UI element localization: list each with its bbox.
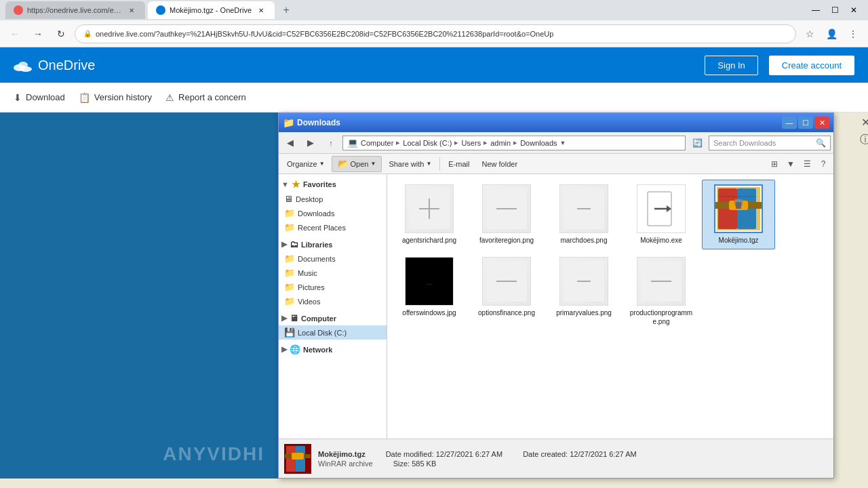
file-name-offerswindows: offerswindows.jpg [402,308,456,317]
file-item-productionprogram[interactable]: productionprogramme.png [625,252,698,331]
toolbar-separator [439,157,440,171]
path-admin[interactable]: admin [490,139,511,147]
search-submit-button[interactable]: 🔍 [816,138,826,148]
refresh-button[interactable]: ↻ [52,24,71,43]
path-downloads[interactable]: Downloads [520,139,557,147]
version-history-action[interactable]: 📋 Version history [79,88,152,107]
account-icon[interactable]: 👤 [822,24,841,43]
explorer-extra-controls: ✕ ⓘ [856,113,868,148]
create-account-button[interactable]: Create account [769,56,854,75]
email-label: E-mail [448,160,469,168]
explorer-maximize-button[interactable]: ☐ [798,117,813,129]
address-bar[interactable]: 🔒 onedrive.live.com/?authkey=%21AHjBSkvh… [75,24,796,43]
localdisk-label: Local Disk (C:) [298,329,381,337]
favorites-label: Favorites [303,180,336,188]
view-toggle-button[interactable]: ⊞ [767,157,782,171]
security-lock-icon: 🔒 [83,30,92,37]
nav-item-music[interactable]: 📁 Music [279,266,387,280]
open-button[interactable]: 📂 Open ▼ [332,156,382,172]
onedrive-header: OneDrive Sign In Create account [0,47,868,83]
nav-item-recent[interactable]: 📁 Recent Places [279,220,387,235]
report-action[interactable]: ⚠ Report a concern [165,88,246,107]
nav-item-documents[interactable]: 📁 Documents [279,251,387,266]
file-item-agentsrichard[interactable]: agentsrichard.png [393,180,466,249]
explorer-path-bar[interactable]: 💻 Computer ▸ Local Disk (C:) ▸ Users ▸ a… [342,136,686,150]
explorer-minimize-button[interactable]: — [782,117,797,129]
extra-close-button[interactable]: ✕ [858,115,868,129]
path-sep1: ▸ [396,138,400,147]
view-dropdown-button[interactable]: ▼ [783,157,798,171]
nav-item-pictures[interactable]: 📁 Pictures [279,280,387,294]
back-button[interactable]: ← [5,24,24,43]
bookmark-icon[interactable]: ☆ [800,24,819,43]
file-thumb-offerswindows: — [405,257,454,306]
new-folder-button[interactable]: New folder [476,156,523,172]
file-item-marchdoes[interactable]: marchdoes.png [547,180,620,249]
favorites-header[interactable]: ▼ ★ Favorites [279,177,387,192]
path-localdisk[interactable]: Local Disk (C:) [403,139,452,147]
forward-button[interactable]: → [28,24,47,43]
file-item-mojekimo-exe[interactable]: Mokëjimo.exe [625,180,698,249]
libraries-section: ▶ 🗂 Libraries 📁 Documents 📁 Music 📁 [279,237,387,308]
nav-item-videos[interactable]: 📁 Videos [279,294,387,308]
sign-in-button[interactable]: Sign In [705,56,757,75]
download-label: Download [26,92,65,102]
file-item-primaryvalues[interactable]: primaryvalues.png [547,252,620,331]
tgz-preview-svg [715,186,762,232]
nav-item-downloads[interactable]: 📁 Downloads [279,206,387,220]
new-tab-button[interactable]: + [277,1,295,19]
share-with-button[interactable]: Share with ▼ [383,156,437,172]
email-button[interactable]: E-mail [443,156,475,172]
file-thumb-mojekimo-exe [637,184,686,233]
computer-nav-icon: 🖥 [290,313,298,323]
network-nav-label: Network [303,346,332,354]
explorer-close-button[interactable]: ✕ [814,117,829,129]
libraries-header[interactable]: ▶ 🗂 Libraries [279,237,387,251]
exp-refresh-button[interactable]: 🔄 [688,136,706,150]
computer-header[interactable]: ▶ 🖥 Computer [279,311,387,325]
computer-expand-icon: ▶ [281,314,287,323]
view-details-button[interactable]: ☰ [800,157,814,171]
explorer-statusbar: Mokëjimo.tgz Date modified: 12/27/2021 6… [279,439,833,478]
tab1-close[interactable]: ✕ [126,5,137,16]
nav-item-desktop[interactable]: 🖥 Desktop [279,192,387,206]
organize-button[interactable]: Organize ▼ [281,156,330,172]
tab2-close[interactable]: ✕ [256,5,267,16]
path-users[interactable]: Users [461,139,481,147]
explorer-window: 📁 Downloads — ☐ ✕ ✕ ⓘ ◀ ▶ ↑ 💻 Computer ▸… [278,113,834,479]
explorer-search-bar[interactable]: Search Downloads 🔍 [709,136,831,150]
browser-tab-2[interactable]: Mokëjimo.tgz - OneDrive ✕ [148,1,275,19]
exp-up-button[interactable]: ↑ [322,136,340,150]
exp-back-button[interactable]: ◀ [281,136,299,150]
path-computer[interactable]: Computer [361,139,393,147]
help-button[interactable]: ? [816,157,831,171]
svg-point-2 [18,62,28,68]
file-item-optionsfinance[interactable]: optionsfinance.png [470,252,543,331]
file-item-mojekimo-tgz[interactable]: Mokëjimo.tgz [702,180,775,249]
svg-text:—: — [427,281,432,287]
file-item-favoriteregion[interactable]: favoriteregion.png [470,180,543,249]
extra-info-button[interactable]: ⓘ [858,132,868,147]
menu-icon[interactable]: ⋮ [844,24,863,43]
path-dropdown-arrow[interactable]: ▼ [560,140,566,146]
videos-icon: 📁 [284,296,295,306]
browser-tab-1[interactable]: https://onedrive.live.com/embed?c... ✕ [5,1,145,19]
documents-label: Documents [298,255,381,263]
path-sep2: ▸ [454,138,458,147]
favorites-section: ▼ ★ Favorites 🖥 Desktop 📁 Downloads 📁 [279,177,387,235]
download-action[interactable]: ⬇ Download [14,88,65,107]
network-header[interactable]: ▶ 🌐 Network [279,342,387,357]
desktop-label: Desktop [296,195,381,203]
exp-forward-button[interactable]: ▶ [302,136,319,150]
file-thumb-favoriteregion [482,184,531,233]
browser-maximize-button[interactable]: ☐ [826,3,844,17]
browser-close-button[interactable]: ✕ [845,3,863,17]
main-content: ANYVIDHI 📁 Downloads — ☐ ✕ ✕ ⓘ ◀ ▶ ↑ 💻 C… [0,113,868,488]
nav-item-localdisk[interactable]: 💾 Local Disk (C:) [279,325,387,340]
file-item-offerswindows[interactable]: — offerswindows.jpg [393,252,466,331]
file-thumb-mojekimo-tgz [714,184,763,233]
browser-minimize-button[interactable]: — [807,3,825,17]
jpg-preview-svg: — [409,261,450,302]
file-name-agentsrichard: agentsrichard.png [402,236,456,245]
libraries-label: Libraries [301,241,332,249]
